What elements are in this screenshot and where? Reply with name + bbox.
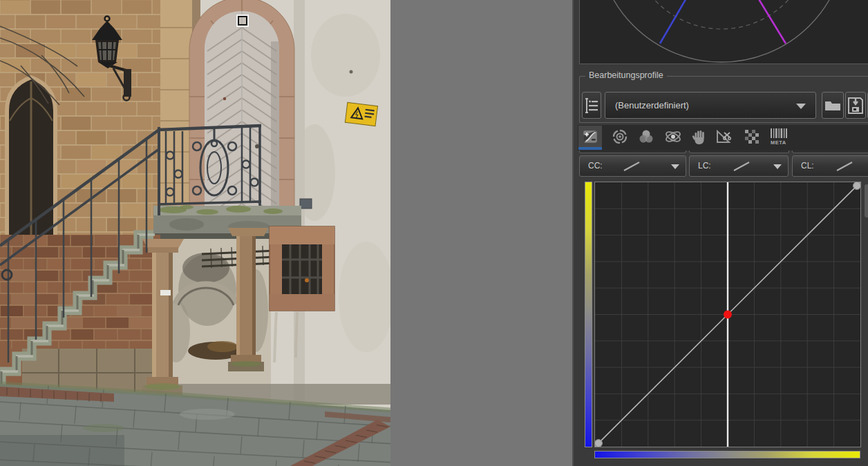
tab-crop-rotate[interactable] [712,126,735,150]
tab-effects[interactable] [661,126,685,150]
tone-curve-editor[interactable] [594,182,861,447]
save-profile-button[interactable] [845,92,866,119]
meta-barcode-icon: META [768,128,791,146]
linear-curve-icon [833,160,856,173]
hue-line-blue [660,0,721,43]
tool-tabs: META [578,125,868,151]
warning-sign [345,102,377,126]
combo-cl-label: CL: [801,156,814,176]
tab-white-balance[interactable] [608,126,632,150]
groupbox-title: Bearbeitungsprofile [585,70,667,80]
open-folder-button[interactable] [822,92,844,119]
folder-icon [824,99,841,112]
color-wheel-display [579,0,868,64]
profile-dropdown-value: (Benutzerdefiniert) [615,100,689,110]
checker-icon [744,128,760,145]
profile-list-button[interactable] [582,92,601,119]
hue-line-magenta [721,0,786,43]
tab-exposure[interactable] [578,126,602,150]
list-icon [585,97,598,114]
profile-dropdown[interactable]: (Benutzerdefiniert) [605,92,816,119]
chevron-down-icon [773,164,782,169]
tab-noise-reduction[interactable] [740,126,764,150]
linear-curve-icon [620,160,643,173]
meta-label: META [771,139,786,146]
combo-cc[interactable]: CC: [579,155,686,177]
gothic-window [7,77,55,238]
exposure-icon [581,128,599,146]
chevron-down-icon [671,164,679,169]
white-balance-icon [612,128,628,145]
linear-curve-icon [730,160,753,173]
hand-icon [692,128,707,145]
scrollbar-thumb[interactable] [865,184,868,217]
combo-cl[interactable]: CL: [792,155,868,177]
inner-dashed-circle [630,0,813,29]
effects-atom-icon [664,128,682,145]
combo-cc-label: CC: [588,156,603,176]
save-icon [848,97,863,114]
vertical-gradient-bar [585,182,592,447]
color-icon [638,128,654,145]
tab-metadata[interactable]: META [764,126,795,150]
outer-circle [597,0,846,62]
profiles-groupbox: Bearbeitungsprofile (Benutzerdefiniert) [579,76,868,123]
crop-rotate-icon [715,128,733,145]
tab-retouch[interactable] [688,126,711,150]
selection-marker[interactable] [238,16,247,26]
selected-tab-indicator [578,147,602,150]
horizontal-gradient-bar [594,451,860,458]
photo-canvas[interactable] [0,0,390,466]
photo-viewer[interactable] [0,0,574,466]
tool-panel: Bearbeitungsprofile (Benutzerdefiniert) [574,0,868,466]
chevron-down-icon [796,104,806,109]
combo-lc-label: LC: [698,156,711,176]
combo-lc[interactable]: LC: [689,155,789,177]
tab-color[interactable] [634,126,658,150]
